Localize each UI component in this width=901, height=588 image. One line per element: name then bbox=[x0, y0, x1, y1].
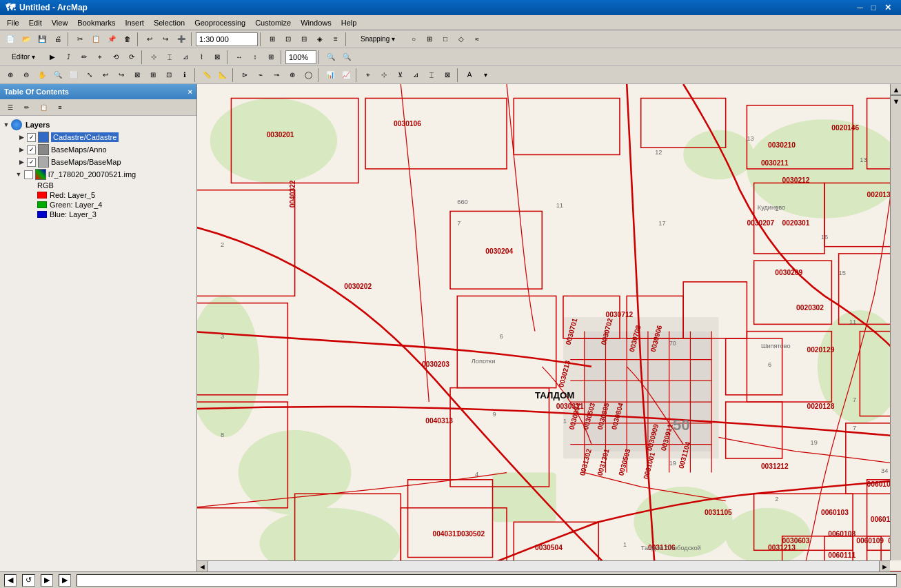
edit-tool3[interactable]: ✏ bbox=[77, 50, 92, 65]
draw-tool22[interactable]: ⌖ bbox=[361, 68, 376, 83]
open-btn[interactable]: 📂 bbox=[19, 32, 34, 47]
menu-insert[interactable]: Insert bbox=[121, 17, 148, 28]
draw-tool12[interactable]: ℹ bbox=[177, 68, 192, 83]
edit-tool2[interactable]: ⤴ bbox=[61, 50, 76, 65]
toc-close-btn[interactable]: × bbox=[188, 88, 192, 96]
draw-tool24[interactable]: ⊻ bbox=[392, 68, 407, 83]
draw-tool26[interactable]: ⌶ bbox=[424, 68, 439, 83]
anno-checkbox[interactable] bbox=[27, 145, 36, 154]
delete-btn[interactable]: 🗑 bbox=[120, 32, 135, 47]
draw-tool9[interactable]: ⊠ bbox=[130, 68, 145, 83]
img-checkbox[interactable] bbox=[24, 170, 33, 179]
draw-tool29[interactable]: ▾ bbox=[478, 68, 493, 83]
edit-tool8[interactable]: ⌶ bbox=[162, 50, 177, 65]
draw-tool6[interactable]: ⤡ bbox=[82, 68, 97, 83]
menu-windows[interactable]: Windows bbox=[296, 17, 336, 28]
draw-tool15[interactable]: ⊳ bbox=[237, 68, 252, 83]
draw-tool4[interactable]: 🔍 bbox=[50, 68, 65, 83]
edit-tool1[interactable]: ▶ bbox=[45, 50, 60, 65]
redo-btn[interactable]: ↪ bbox=[158, 32, 173, 47]
tb-btn4[interactable]: ◈ bbox=[312, 32, 327, 47]
draw-tool11[interactable]: ⊡ bbox=[161, 68, 176, 83]
snap-tool2[interactable]: ⊞ bbox=[422, 32, 437, 47]
draw-tool8[interactable]: ↪ bbox=[114, 68, 129, 83]
new-btn[interactable]: 📄 bbox=[3, 32, 18, 47]
toc-item-cadastre[interactable]: ▶ Cadastre/Cadastre bbox=[1, 131, 195, 143]
undo-btn[interactable]: ↩ bbox=[142, 32, 157, 47]
status-forward-btn[interactable]: ▶ bbox=[41, 574, 53, 587]
toc-item-anno[interactable]: ▶ BaseMaps/Anno bbox=[1, 143, 195, 156]
draw-tool16[interactable]: ⌁ bbox=[253, 68, 268, 83]
minimize-btn[interactable]: ─ bbox=[853, 3, 867, 12]
tb-btn2[interactable]: ⊡ bbox=[281, 32, 296, 47]
scroll-up-btn[interactable]: ▲ bbox=[891, 84, 901, 95]
draw-tool25[interactable]: ⊿ bbox=[408, 68, 423, 83]
edit-tool9[interactable]: ⊿ bbox=[178, 50, 193, 65]
draw-tool19[interactable]: ◯ bbox=[301, 68, 316, 83]
tb-btn1[interactable]: ⊞ bbox=[265, 32, 280, 47]
edit-tool14[interactable]: ⊞ bbox=[263, 50, 279, 65]
percent-input[interactable] bbox=[285, 50, 316, 64]
edit-tool16[interactable]: 🔍 bbox=[339, 50, 354, 65]
snap-tool4[interactable]: ◇ bbox=[454, 32, 469, 47]
draw-tool28[interactable]: A bbox=[462, 68, 477, 83]
edit-tool11[interactable]: ⊠ bbox=[210, 50, 225, 65]
copy-btn[interactable]: 📋 bbox=[88, 32, 103, 47]
paste-btn[interactable]: 📌 bbox=[104, 32, 119, 47]
draw-tool14[interactable]: 📐 bbox=[215, 68, 230, 83]
edit-tool13[interactable]: ↕ bbox=[247, 50, 263, 65]
status-back-btn[interactable]: ◀ bbox=[4, 574, 17, 587]
snap-tool5[interactable]: ≈ bbox=[469, 32, 485, 47]
draw-tool3[interactable]: ✋ bbox=[34, 68, 50, 83]
cut-btn[interactable]: ✂ bbox=[72, 32, 88, 47]
status-refresh-btn[interactable]: ↺ bbox=[22, 574, 35, 587]
snap-tool3[interactable]: □ bbox=[438, 32, 453, 47]
menu-edit[interactable]: Edit bbox=[25, 17, 46, 28]
menu-view[interactable]: View bbox=[48, 17, 72, 28]
snapping-btn[interactable]: Snapping ▾ bbox=[350, 32, 405, 47]
menu-geoprocessing[interactable]: Geoprocessing bbox=[190, 17, 250, 28]
menu-bookmarks[interactable]: Bookmarks bbox=[73, 17, 119, 28]
draw-tool27[interactable]: ⊠ bbox=[440, 68, 455, 83]
add-data-btn[interactable]: ➕ bbox=[174, 32, 189, 47]
map-scrollbar-v[interactable]: ▲ ▼ bbox=[890, 84, 901, 560]
basemap-checkbox[interactable] bbox=[27, 158, 36, 167]
edit-tool4[interactable]: ⌖ bbox=[92, 50, 108, 65]
save-btn[interactable]: 💾 bbox=[34, 32, 50, 47]
scroll-right-btn[interactable]: ► bbox=[879, 561, 890, 571]
toc-list-btn[interactable]: ☰ bbox=[3, 100, 18, 115]
draw-tool21[interactable]: 📈 bbox=[338, 68, 354, 83]
menu-help[interactable]: Help bbox=[337, 17, 361, 28]
draw-tool10[interactable]: ⊞ bbox=[145, 68, 161, 83]
draw-tool18[interactable]: ⊕ bbox=[285, 68, 300, 83]
draw-tool13[interactable]: 📏 bbox=[199, 68, 214, 83]
status-stop-btn[interactable]: ▶ bbox=[59, 574, 71, 587]
toc-item-basemap[interactable]: ▶ BaseMaps/BaseMap bbox=[1, 156, 195, 168]
layers-group-header[interactable]: ▼ Layers bbox=[1, 119, 195, 131]
print-btn[interactable]: 🖨 bbox=[50, 32, 65, 47]
menu-selection[interactable]: Selection bbox=[150, 17, 189, 28]
close-btn[interactable]: ✕ bbox=[880, 3, 895, 12]
edit-tool10[interactable]: ⌇ bbox=[194, 50, 209, 65]
tb-btn5[interactable]: ≡ bbox=[328, 32, 343, 47]
toc-options-btn[interactable]: ≡ bbox=[52, 100, 68, 115]
edit-tool15[interactable]: 🔍 bbox=[323, 50, 338, 65]
edit-tool5[interactable]: ⟲ bbox=[108, 50, 123, 65]
menu-customize[interactable]: Customize bbox=[251, 17, 295, 28]
cadastre-checkbox[interactable] bbox=[27, 133, 36, 142]
draw-tool7[interactable]: ↩ bbox=[98, 68, 113, 83]
draw-tool2[interactable]: ⊖ bbox=[19, 68, 34, 83]
toc-draw-btn[interactable]: ✏ bbox=[19, 100, 34, 115]
scroll-down-btn[interactable]: ▼ bbox=[891, 95, 901, 106]
edit-tool6[interactable]: ⟳ bbox=[124, 50, 139, 65]
draw-tool1[interactable]: ⊕ bbox=[3, 68, 18, 83]
draw-tool20[interactable]: 📊 bbox=[323, 68, 338, 83]
snap-tool1[interactable]: ○ bbox=[406, 32, 421, 47]
menu-file[interactable]: File bbox=[3, 17, 23, 28]
scroll-left-btn[interactable]: ◄ bbox=[197, 561, 208, 571]
maximize-btn[interactable]: □ bbox=[867, 3, 880, 12]
edit-tool12[interactable]: ↔ bbox=[232, 50, 247, 65]
toc-item-img[interactable]: ▼ l7_178020_20070521.img bbox=[1, 168, 195, 181]
edit-tool7[interactable]: ⊹ bbox=[146, 50, 161, 65]
map-scrollbar-h[interactable]: ◄ ► bbox=[197, 560, 890, 571]
